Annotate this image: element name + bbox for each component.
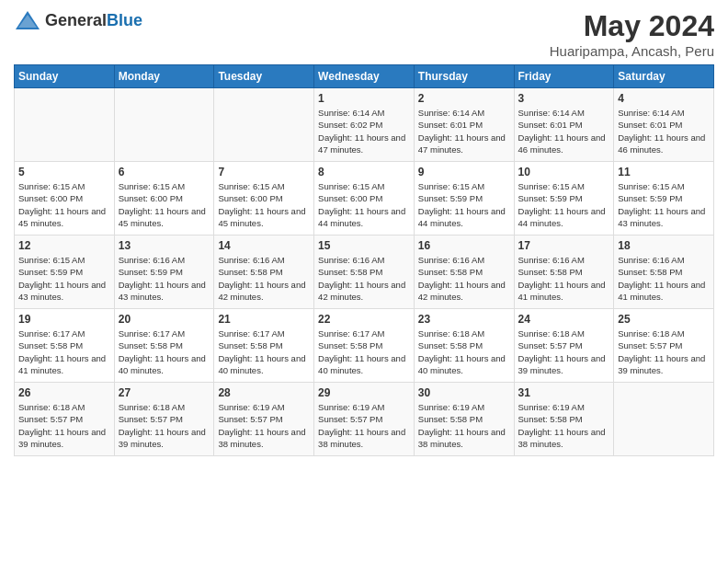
day-info: Sunrise: 6:15 AMSunset: 6:00 PMDaylight:… [218,180,310,229]
calendar-cell: 9Sunrise: 6:15 AMSunset: 5:59 PMDaylight… [414,162,514,236]
calendar-cell [15,88,115,162]
day-number: 26 [18,386,110,399]
day-number: 5 [18,166,110,178]
day-info: Sunrise: 6:15 AMSunset: 5:59 PMDaylight:… [518,180,610,229]
day-number: 20 [119,313,210,326]
day-number: 3 [518,92,610,105]
day-number: 1 [318,92,410,105]
calendar-cell: 3Sunrise: 6:14 AMSunset: 6:01 PMDaylight… [514,88,614,162]
logo: GeneralBlue [14,9,142,31]
day-info: Sunrise: 6:19 AMSunset: 5:57 PMDaylight:… [218,401,310,450]
day-info: Sunrise: 6:18 AMSunset: 5:57 PMDaylight:… [119,401,210,450]
logo-general: General [45,11,107,29]
day-info: Sunrise: 6:16 AMSunset: 5:58 PMDaylight:… [518,254,610,303]
logo-icon [14,9,41,31]
calendar-cell: 2Sunrise: 6:14 AMSunset: 6:01 PMDaylight… [414,88,514,162]
calendar-cell: 7Sunrise: 6:15 AMSunset: 6:00 PMDaylight… [214,162,314,236]
week-row-1: 5Sunrise: 6:15 AMSunset: 6:00 PMDaylight… [15,162,714,236]
week-row-2: 12Sunrise: 6:15 AMSunset: 5:59 PMDayligh… [15,236,714,309]
day-number: 23 [418,313,510,326]
calendar-cell: 19Sunrise: 6:17 AMSunset: 5:58 PMDayligh… [15,309,115,383]
calendar-cell: 22Sunrise: 6:17 AMSunset: 5:58 PMDayligh… [314,309,415,383]
day-info: Sunrise: 6:17 AMSunset: 5:58 PMDaylight:… [218,327,310,376]
calendar-cell: 10Sunrise: 6:15 AMSunset: 5:59 PMDayligh… [514,162,614,236]
day-number: 18 [618,239,710,252]
calendar-cell: 1Sunrise: 6:14 AMSunset: 6:02 PMDaylight… [314,88,415,162]
calendar-cell: 21Sunrise: 6:17 AMSunset: 5:58 PMDayligh… [214,309,314,383]
day-info: Sunrise: 6:14 AMSunset: 6:02 PMDaylight:… [318,107,410,155]
calendar-cell: 15Sunrise: 6:16 AMSunset: 5:58 PMDayligh… [314,236,415,309]
calendar-cell: 28Sunrise: 6:19 AMSunset: 5:57 PMDayligh… [214,383,314,456]
day-info: Sunrise: 6:19 AMSunset: 5:57 PMDaylight:… [318,401,410,450]
day-number: 21 [218,313,310,326]
calendar-cell: 24Sunrise: 6:18 AMSunset: 5:57 PMDayligh… [514,309,614,383]
week-row-4: 26Sunrise: 6:18 AMSunset: 5:57 PMDayligh… [15,383,714,456]
weekday-header-wednesday: Wednesday [314,65,415,88]
calendar-cell: 16Sunrise: 6:16 AMSunset: 5:58 PMDayligh… [414,236,514,309]
weekday-header-monday: Monday [114,65,214,88]
day-number: 25 [618,313,710,326]
day-number: 9 [418,166,510,178]
day-number: 8 [318,166,410,178]
calendar-cell: 29Sunrise: 6:19 AMSunset: 5:57 PMDayligh… [314,383,415,456]
calendar-cell: 11Sunrise: 6:15 AMSunset: 5:59 PMDayligh… [614,162,714,236]
day-number: 14 [218,239,310,252]
day-info: Sunrise: 6:16 AMSunset: 5:58 PMDaylight:… [218,254,310,303]
weekday-header-friday: Friday [514,65,614,88]
day-info: Sunrise: 6:18 AMSunset: 5:57 PMDaylight:… [518,327,610,376]
day-info: Sunrise: 6:14 AMSunset: 6:01 PMDaylight:… [618,107,710,155]
day-number: 6 [119,166,210,178]
day-number: 27 [119,386,210,399]
calendar-cell: 13Sunrise: 6:16 AMSunset: 5:59 PMDayligh… [114,236,214,309]
day-info: Sunrise: 6:14 AMSunset: 6:01 PMDaylight:… [518,107,610,155]
day-number: 24 [518,313,610,326]
logo-blue: Blue [107,11,142,29]
calendar-cell [614,383,714,456]
calendar-cell: 26Sunrise: 6:18 AMSunset: 5:57 PMDayligh… [15,383,115,456]
weekday-header-row: SundayMondayTuesdayWednesdayThursdayFrid… [15,65,714,88]
month-title: May 2024 [550,9,714,43]
calendar-cell: 12Sunrise: 6:15 AMSunset: 5:59 PMDayligh… [15,236,115,309]
calendar-cell: 20Sunrise: 6:17 AMSunset: 5:58 PMDayligh… [114,309,214,383]
day-number: 4 [618,92,710,105]
day-number: 2 [418,92,510,105]
day-number: 17 [518,239,610,252]
day-info: Sunrise: 6:15 AMSunset: 6:00 PMDaylight:… [318,180,410,229]
page-container: GeneralBlue May 2024 Huaripampa, Ancash,… [0,0,728,465]
calendar-cell [214,88,314,162]
weekday-header-tuesday: Tuesday [214,65,314,88]
calendar-cell: 17Sunrise: 6:16 AMSunset: 5:58 PMDayligh… [514,236,614,309]
calendar-cell: 27Sunrise: 6:18 AMSunset: 5:57 PMDayligh… [114,383,214,456]
weekday-header-saturday: Saturday [614,65,714,88]
day-number: 10 [518,166,610,178]
weekday-header-sunday: Sunday [15,65,115,88]
day-info: Sunrise: 6:17 AMSunset: 5:58 PMDaylight:… [18,327,110,376]
day-info: Sunrise: 6:18 AMSunset: 5:57 PMDaylight:… [18,401,110,450]
day-number: 11 [618,166,710,178]
day-number: 22 [318,313,410,326]
calendar-cell: 5Sunrise: 6:15 AMSunset: 6:00 PMDaylight… [15,162,115,236]
day-number: 31 [518,386,610,399]
day-info: Sunrise: 6:19 AMSunset: 5:58 PMDaylight:… [418,401,510,450]
calendar-table: SundayMondayTuesdayWednesdayThursdayFrid… [14,64,714,456]
calendar-cell: 18Sunrise: 6:16 AMSunset: 5:58 PMDayligh… [614,236,714,309]
day-number: 15 [318,239,410,252]
day-info: Sunrise: 6:18 AMSunset: 5:58 PMDaylight:… [418,327,510,376]
day-info: Sunrise: 6:15 AMSunset: 6:00 PMDaylight:… [119,180,210,229]
day-number: 29 [318,386,410,399]
day-info: Sunrise: 6:16 AMSunset: 5:58 PMDaylight:… [418,254,510,303]
day-info: Sunrise: 6:14 AMSunset: 6:01 PMDaylight:… [418,107,510,155]
day-info: Sunrise: 6:15 AMSunset: 5:59 PMDaylight:… [418,180,510,229]
day-info: Sunrise: 6:16 AMSunset: 5:58 PMDaylight:… [618,254,710,303]
location-title: Huaripampa, Ancash, Peru [550,43,714,59]
title-block: May 2024 Huaripampa, Ancash, Peru [550,9,714,59]
day-info: Sunrise: 6:16 AMSunset: 5:59 PMDaylight:… [119,254,210,303]
calendar-cell: 30Sunrise: 6:19 AMSunset: 5:58 PMDayligh… [414,383,514,456]
day-info: Sunrise: 6:15 AMSunset: 5:59 PMDaylight:… [618,180,710,229]
day-number: 12 [18,239,110,252]
day-info: Sunrise: 6:18 AMSunset: 5:57 PMDaylight:… [618,327,710,376]
logo-text: GeneralBlue [45,11,142,30]
day-info: Sunrise: 6:15 AMSunset: 5:59 PMDaylight:… [18,254,110,303]
day-number: 19 [18,313,110,326]
day-number: 28 [218,386,310,399]
